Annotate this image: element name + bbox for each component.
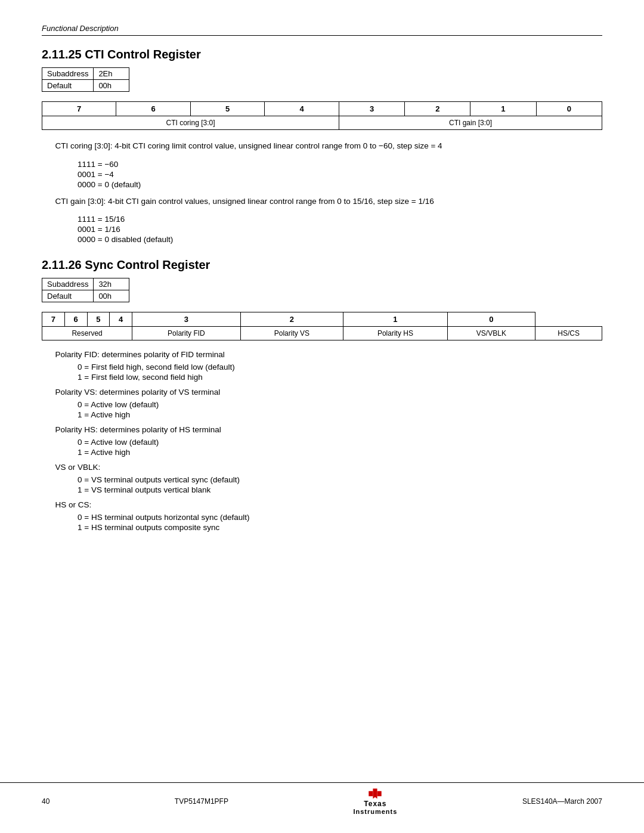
- bit-6: 6: [116, 102, 190, 116]
- cti-bit-table: 7 6 5 4 3 2 1 0 CTI coring [3:0] CTI gai…: [42, 101, 602, 130]
- section-2-11-26-title: 2.11.26 Sync Control Register: [42, 258, 602, 272]
- polarity-fid-values: 0 = First field high, second field low (…: [78, 363, 602, 382]
- cti-gain-desc: CTI gain [3:0]: 4-bit CTI gain control v…: [42, 195, 602, 208]
- polarity-fid-field: Polarity FID: [132, 327, 241, 340]
- texas-text: Texas: [364, 800, 386, 808]
- table-row: Default 00h: [42, 80, 129, 92]
- cti-coring-field: CTI coring [3:0]: [42, 116, 339, 130]
- cti-coring-desc: CTI coring [3:0]: 4-bit CTI coring limit…: [42, 140, 602, 153]
- sync-bit-table: 7 6 5 4 3 2 1 0 Reserved Polarity FID Po…: [42, 312, 602, 340]
- subaddress-label: Subaddress: [42, 68, 94, 80]
- polarity-vs-label: Polarity VS: determines polarity of VS t…: [42, 388, 602, 397]
- bit-3: 3: [339, 102, 405, 116]
- polarity-hs-values: 0 = Active low (default) 1 = Active high: [78, 438, 602, 457]
- vs-vblk-field: VS/VBLK: [447, 327, 535, 340]
- doc-number: SLES140A—March 2007: [522, 797, 602, 806]
- cti-info-table: Subaddress 2Eh Default 00h: [42, 67, 129, 92]
- hs-cs-label: HS or CS:: [42, 500, 602, 509]
- bit-4: 4: [110, 312, 132, 327]
- cti-coring-values: 1111 = −60 0001 = −4 0000 = 0 (default): [78, 160, 602, 189]
- polarity-vs-values: 0 = Active low (default) 1 = Active high: [78, 400, 602, 419]
- subaddress-label: Subaddress: [42, 278, 94, 290]
- bit-6: 6: [64, 312, 87, 327]
- bit-7: 7: [42, 102, 116, 116]
- bit-1: 1: [343, 312, 447, 327]
- bit-0: 0: [447, 312, 535, 327]
- section-2-11-26: 2.11.26 Sync Control Register Subaddress…: [42, 258, 602, 532]
- hs-cs-field: HS/CS: [535, 327, 602, 340]
- subaddress-value: 2Eh: [94, 68, 129, 80]
- default-label: Default: [42, 80, 94, 92]
- vs-vblk-label: VS or VBLK:: [42, 463, 602, 472]
- hs-cs-values: 0 = HS terminal outputs horizontal sync …: [78, 513, 602, 532]
- section-label: Functional Description: [42, 24, 119, 33]
- bit-7: 7: [42, 312, 65, 327]
- cti-desc-block: CTI coring [3:0]: 4-bit CTI coring limit…: [42, 140, 602, 244]
- table-row: Default 00h: [42, 290, 129, 302]
- polarity-fid-label: Polarity FID: determines polarity of FID…: [42, 350, 602, 359]
- vs-vblk-values: 0 = VS terminal outputs vertical sync (d…: [78, 475, 602, 494]
- cti-field-row: CTI coring [3:0] CTI gain [3:0]: [42, 116, 602, 130]
- bit-header-row: 7 6 5 4 3 2 1 0: [42, 312, 602, 327]
- sync-field-row: Reserved Polarity FID Polarity VS Polari…: [42, 327, 602, 340]
- subaddress-value: 32h: [94, 278, 129, 290]
- section-2-11-25: 2.11.25 CTI Control Register Subaddress …: [42, 48, 602, 244]
- default-label: Default: [42, 290, 94, 302]
- table-row: Subaddress 32h: [42, 278, 129, 290]
- bit-3: 3: [132, 312, 241, 327]
- polarity-hs-field: Polarity HS: [343, 327, 447, 340]
- cti-gain-field: CTI gain [3:0]: [339, 116, 602, 130]
- default-value: 00h: [94, 290, 129, 302]
- page-content: Functional Description 2.11.25 CTI Contr…: [0, 0, 644, 594]
- sync-descriptions: Polarity FID: determines polarity of FID…: [42, 350, 602, 532]
- bit-0: 0: [536, 102, 602, 116]
- reserved-field: Reserved: [42, 327, 132, 340]
- table-row: Subaddress 2Eh: [42, 68, 129, 80]
- texas-instruments-logo: Texas Instruments: [353, 788, 397, 815]
- bit-2: 2: [405, 102, 470, 116]
- bit-2: 2: [240, 312, 343, 327]
- ti-logo-icon: [366, 788, 384, 800]
- bit-4: 4: [265, 102, 339, 116]
- bit-5: 5: [87, 312, 110, 327]
- part-number: TVP5147M1PFP: [175, 797, 228, 806]
- bit-5: 5: [190, 102, 264, 116]
- default-value: 00h: [94, 80, 129, 92]
- page-number: 40: [42, 797, 49, 806]
- instruments-text: Instruments: [353, 808, 397, 815]
- sync-info-table: Subaddress 32h Default 00h: [42, 278, 129, 302]
- section-2-11-25-title: 2.11.25 CTI Control Register: [42, 48, 602, 61]
- bit-header-row: 7 6 5 4 3 2 1 0: [42, 102, 602, 116]
- cti-gain-values: 1111 = 15/16 0001 = 1/16 0000 = 0 disabl…: [78, 215, 602, 244]
- polarity-vs-field: Polarity VS: [240, 327, 343, 340]
- page-header: Functional Description: [42, 24, 602, 36]
- polarity-hs-label: Polarity HS: determines polarity of HS t…: [42, 425, 602, 434]
- page-footer: 40 TVP5147M1PFP Texas Instruments SLES14…: [0, 782, 644, 815]
- bit-1: 1: [470, 102, 536, 116]
